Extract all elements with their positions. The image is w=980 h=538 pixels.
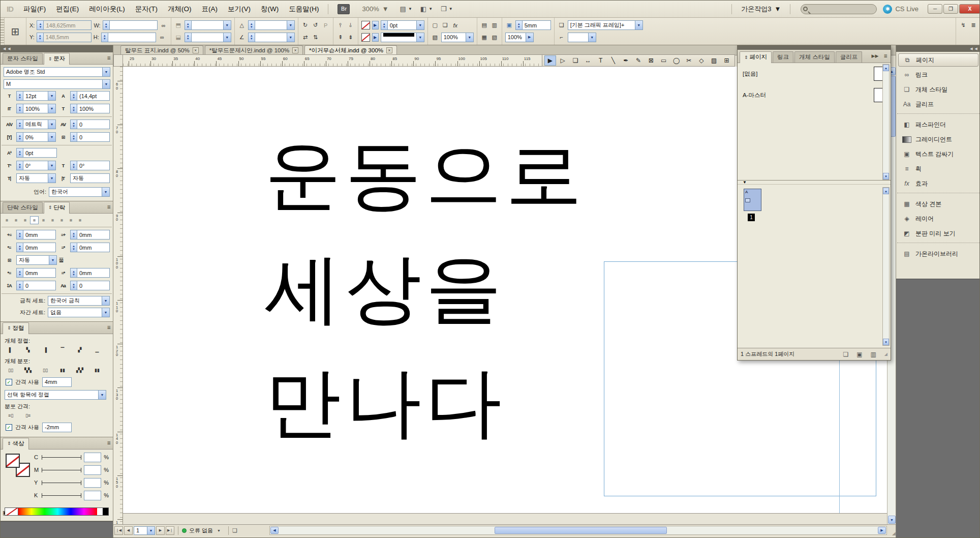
flip-vertical-button[interactable]: ⇅ bbox=[312, 33, 320, 41]
paragraph-align-button-3[interactable]: ≡ bbox=[30, 216, 39, 224]
paragraph-align-button-1[interactable]: ≡ bbox=[12, 216, 20, 224]
spinner[interactable]: ▲▼ bbox=[102, 33, 108, 42]
paragraph-align-button-7[interactable]: ≡ bbox=[67, 216, 75, 224]
new-page-button[interactable]: ▣ bbox=[856, 351, 862, 358]
menu-item[interactable]: 편집(E) bbox=[51, 3, 84, 15]
master-row[interactable]: A-마스터 bbox=[738, 84, 891, 106]
drop-cap-lines-field[interactable]: ▲▼0 bbox=[16, 281, 56, 290]
chevron-down-icon[interactable]: ▼ bbox=[48, 104, 55, 113]
dock-item-object-styles[interactable]: ❏개체 스타일 bbox=[898, 83, 978, 96]
menu-item[interactable]: 도움말(H) bbox=[284, 3, 324, 15]
menu-item[interactable]: 창(W) bbox=[256, 3, 284, 15]
scroll-right-button[interactable]: ▶ bbox=[878, 527, 886, 534]
rectangle-tool[interactable]: ▭ bbox=[658, 55, 669, 66]
close-button[interactable]: X bbox=[959, 4, 980, 14]
dock-item-swatches[interactable]: ▦색상 견본 bbox=[898, 197, 978, 211]
left-indent-field[interactable]: ▲▼0mm bbox=[16, 230, 56, 240]
grid-jidori-field[interactable]: ▲▼0 bbox=[70, 132, 110, 142]
dock-item-layers[interactable]: ◈레이어 bbox=[898, 212, 978, 225]
close-icon[interactable]: × bbox=[386, 47, 392, 53]
select-container-button[interactable]: ⫯ bbox=[336, 21, 345, 29]
fill-color-swatch[interactable] bbox=[361, 33, 370, 42]
bridge-button[interactable]: Br bbox=[338, 4, 350, 14]
master-row[interactable]: [없음] bbox=[738, 63, 891, 84]
masters-scrollbar[interactable]: ▲ ▼ bbox=[882, 64, 890, 180]
fill-swatch[interactable] bbox=[6, 454, 20, 468]
pages-panel-tab-1[interactable]: 링크 bbox=[773, 51, 793, 63]
effects-button[interactable]: fx bbox=[451, 21, 460, 29]
channel-slider[interactable] bbox=[42, 467, 81, 473]
dock-item-stroke[interactable]: ≡획 bbox=[898, 162, 978, 175]
document-tab[interactable]: 탈무드 표지.indd @ 50%× bbox=[120, 45, 203, 55]
constrain-proportions-icon[interactable]: ∞ bbox=[158, 33, 166, 41]
distribute-object-button-5[interactable]: ▮▮ bbox=[92, 366, 102, 375]
chevron-down-icon[interactable]: ▼ bbox=[48, 92, 55, 100]
select-content-button[interactable]: ⫰ bbox=[347, 21, 355, 29]
panel-resize-grip[interactable]: ◢ bbox=[884, 352, 887, 356]
flip-horizontal-button[interactable]: ⇄ bbox=[301, 33, 310, 41]
scroll-up-button[interactable]: ▲ bbox=[883, 65, 889, 71]
reference-point-proxy[interactable]: ⊞ bbox=[8, 25, 23, 38]
constrain-proportions-icon[interactable]: ∞ bbox=[160, 21, 168, 29]
scroll-down-button[interactable]: ▼ bbox=[883, 173, 889, 180]
cs-live-label[interactable]: CS Live bbox=[895, 5, 918, 13]
minimize-button[interactable]: ─ bbox=[928, 4, 942, 14]
shear-angle-combo[interactable]: ▲▼▼ bbox=[248, 33, 295, 42]
first-page-button[interactable]: ❘◀ bbox=[114, 526, 123, 535]
dock-item-separations-preview[interactable]: ◩분판 미리 보기 bbox=[898, 227, 978, 240]
paragraph-align-button-8[interactable]: ≡ bbox=[76, 216, 84, 224]
spacing-field[interactable]: 4mm bbox=[42, 377, 72, 387]
last-line-indent-field[interactable]: ▲▼0mm bbox=[70, 243, 110, 252]
language-combo[interactable]: 한국어 ▼ bbox=[49, 187, 110, 197]
scissors-tool[interactable]: ✂ bbox=[683, 55, 695, 66]
distribute-object-button-0[interactable]: ▯▯ bbox=[6, 366, 16, 375]
align-object-button-4[interactable]: ▞ bbox=[75, 346, 85, 354]
channel-slider[interactable] bbox=[42, 455, 81, 460]
gradient-tool[interactable]: ▨ bbox=[708, 55, 720, 66]
channel-value-field[interactable] bbox=[84, 478, 101, 488]
panel-menu-icon[interactable]: ≣ bbox=[107, 325, 111, 330]
spinner[interactable]: ▲▼ bbox=[17, 243, 23, 252]
wrap-object-shape-button[interactable]: ▦ bbox=[480, 33, 488, 41]
restore-button[interactable]: ❐ bbox=[943, 4, 958, 14]
chevron-down-icon[interactable]: ▼ bbox=[48, 174, 55, 183]
menu-item[interactable]: 개체(O) bbox=[163, 3, 197, 15]
dock-collapse-bar[interactable]: ◀ ◀ bbox=[1, 45, 113, 52]
spinner[interactable]: ▲▼ bbox=[71, 281, 77, 290]
menu-item[interactable]: 문자(T) bbox=[130, 3, 163, 15]
align-to-combo[interactable]: 선택 항목에 정렬 ▼ bbox=[5, 390, 106, 400]
spinner[interactable]: ▲▼ bbox=[37, 33, 44, 42]
distribute-spacing-button-1[interactable]: ▯≡ bbox=[23, 411, 33, 420]
tracking-field[interactable]: ▲▼0 bbox=[70, 119, 110, 129]
select-previous-button[interactable]: ⇞ bbox=[336, 33, 345, 41]
close-icon[interactable]: × bbox=[193, 47, 199, 53]
preflight-status-text[interactable]: 오류 없음 bbox=[189, 527, 213, 534]
channel-value-field[interactable] bbox=[84, 453, 101, 462]
search-input[interactable] bbox=[801, 4, 877, 14]
fill-options-button[interactable]: ▶ bbox=[372, 33, 379, 42]
free-transform-tool[interactable]: ◇ bbox=[696, 55, 708, 66]
table-tool[interactable]: ⊞ bbox=[721, 55, 732, 66]
distribute-spacing-button-0[interactable]: ≡▯ bbox=[6, 411, 16, 420]
gap-tool[interactable]: ↔ bbox=[582, 55, 594, 66]
panel-menu-icon[interactable]: ≣ bbox=[107, 204, 111, 210]
object-style-combo[interactable]: [기본 그래픽 프레임]+ ▼ bbox=[568, 20, 643, 30]
spinner[interactable]: ▲▼ bbox=[103, 21, 110, 29]
spinner[interactable]: ▲▼ bbox=[17, 120, 23, 129]
spinner[interactable]: ▲▼ bbox=[17, 230, 23, 239]
y-position-field[interactable]: ▲▼ 148,5mm bbox=[37, 33, 91, 42]
kinsoku-set-combo[interactable]: 한국어 금칙 ▼ bbox=[48, 296, 110, 306]
page-thumbnail[interactable]: A bbox=[744, 189, 761, 211]
tab-paragraph[interactable]: ⇕ 단락 bbox=[44, 202, 70, 214]
no-text-wrap-button[interactable]: ▤ bbox=[480, 21, 488, 29]
preflight-menu-icon[interactable]: ▼ bbox=[217, 529, 221, 532]
headline-text-frame[interactable]: 운동으로 세상을 만나다 bbox=[265, 117, 631, 459]
pages-panel-tab-3[interactable]: 글리프 bbox=[836, 51, 863, 63]
new-spread-button[interactable]: ❏ bbox=[843, 351, 848, 358]
screen-mode-combo[interactable]: ◧ ▼ bbox=[420, 5, 433, 13]
white-black-swatches[interactable] bbox=[97, 508, 108, 515]
horizontal-scale-field[interactable]: ▲▼100% bbox=[70, 104, 110, 113]
baseline-shift-field[interactable]: ▲▼0pt bbox=[16, 148, 57, 158]
scroll-down-button[interactable]: ▼ bbox=[888, 516, 896, 524]
ruler-origin-corner[interactable] bbox=[113, 54, 123, 67]
